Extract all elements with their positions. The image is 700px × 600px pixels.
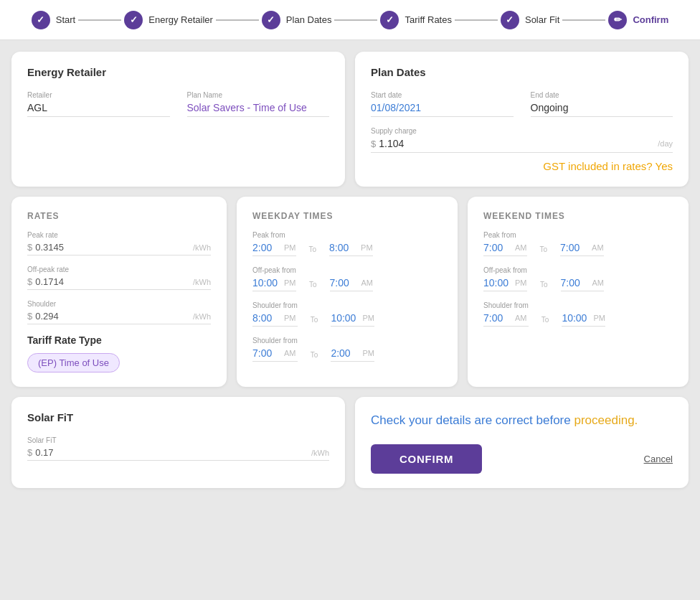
dates-fields: Start date 01/08/2021 End date Ongoing xyxy=(371,91,673,117)
weekend-peak-to-ampm: AM xyxy=(592,243,604,252)
peak-rate-label: Peak rate xyxy=(27,231,211,239)
start-date-label: Start date xyxy=(371,91,514,99)
step-connector-1 xyxy=(78,19,121,21)
weekday-shoulder-to-label: To xyxy=(311,316,318,324)
end-date-value: Ongoing xyxy=(531,102,673,117)
weekday-shoulder-from-row: 8:00 PM xyxy=(252,312,298,327)
start-date-value: 01/08/2021 xyxy=(371,102,514,117)
step-solar-fit[interactable]: ✓ Solar Fit xyxy=(501,11,559,29)
weekday-offpeak-from-label: Off-peak from xyxy=(252,266,296,274)
weekday-shoulder2-from-ampm: AM xyxy=(284,349,296,357)
weekend-shoulder-from-label: Shoulder from xyxy=(483,301,529,309)
weekday-offpeak-row: Off-peak from 10:00 PM To 7:00 AM xyxy=(252,266,442,291)
weekend-offpeak-from-label: Off-peak from xyxy=(483,266,527,274)
offpeak-dollar: $ xyxy=(27,276,32,287)
weekday-peak-from-value: 2:00 xyxy=(252,242,278,253)
weekend-times-title: WEEKEND TIMES xyxy=(483,211,673,221)
weekday-shoulder-to-ampm: PM xyxy=(362,314,374,322)
weekday-shoulder-from-value: 8:00 xyxy=(252,312,278,324)
weekend-peak-to-row: 7:00 AM xyxy=(560,242,604,256)
rates-card: RATES Peak rate $ 0.3145 /kWh Off-peak r… xyxy=(11,197,227,387)
weekend-shoulder-to-row: 10:00 PM xyxy=(562,312,605,327)
weekday-peak-to-row: 8:00 PM xyxy=(329,242,373,256)
weekend-peak-to: 7:00 AM xyxy=(560,242,604,256)
offpeak-rate-value: 0.1714 xyxy=(35,276,193,287)
plan-name-value: Solar Savers - Time of Use xyxy=(187,102,330,117)
weekday-shoulder2-to-label: To xyxy=(311,351,318,359)
solar-dollar: $ xyxy=(27,447,32,458)
step-start[interactable]: ✓ Start xyxy=(32,11,75,29)
weekend-offpeak-to-label: To xyxy=(540,281,548,289)
step-tariff-rates[interactable]: ✓ Tariff Rates xyxy=(380,11,452,29)
step-plandates-label: Plan Dates xyxy=(286,14,332,25)
weekday-times-title: WEEKDAY TIMES xyxy=(252,211,442,221)
solar-fit-unit: /kWh xyxy=(311,449,329,457)
weekend-shoulder-from-row: 7:00 AM xyxy=(483,312,529,327)
offpeak-rate-field: Off-peak rate $ 0.1714 /kWh xyxy=(27,266,211,290)
step-retailer-circle: ✓ xyxy=(124,11,143,29)
confirm-message-start: Check your details are correct before xyxy=(371,413,574,427)
weekday-shoulder-to: 10:00 PM xyxy=(331,312,374,327)
weekend-shoulder-from: Shoulder from 7:00 AM xyxy=(483,301,529,327)
weekend-shoulder-from-ampm: AM xyxy=(515,314,527,322)
weekday-shoulder-from-label: Shoulder from xyxy=(252,301,298,309)
weekday-shoulder2-row: Shoulder from 7:00 AM To 2:00 PM xyxy=(252,337,442,362)
weekday-peak-to-label: To xyxy=(309,245,317,253)
end-date-field: End date Ongoing xyxy=(531,91,673,117)
supply-dollar: $ xyxy=(371,139,376,149)
confirm-message-highlight: proceeding. xyxy=(574,413,638,427)
offpeak-rate-label: Off-peak rate xyxy=(27,266,211,273)
weekday-peak-row: Peak from 2:00 PM To 8:00 PM xyxy=(252,231,442,256)
weekday-shoulder-to-value: 10:00 xyxy=(331,312,356,324)
weekend-peak-row: Peak from 7:00 AM To 7:00 AM xyxy=(483,231,673,256)
step-confirm[interactable]: ✏ Confirm xyxy=(608,11,668,29)
weekday-offpeak-from-row: 10:00 PM xyxy=(252,277,296,291)
step-plan-dates[interactable]: ✓ Plan Dates xyxy=(262,11,332,29)
retailer-fields: Retailer AGL Plan Name Solar Savers - Ti… xyxy=(27,91,329,117)
weekend-offpeak-to-row: 7:00 AM xyxy=(561,277,605,291)
row-3: Solar FiT Solar FiT $ 0.17 /kWh Check yo… xyxy=(11,397,689,488)
weekday-peak-from: Peak from 2:00 PM xyxy=(252,231,296,256)
confirm-button[interactable]: CONFIRM xyxy=(371,444,482,474)
weekday-shoulder-to-row: 10:00 PM xyxy=(331,312,374,327)
peak-rate-value: 0.3145 xyxy=(35,242,193,253)
retailer-value: AGL xyxy=(27,102,170,117)
weekend-times-card: WEEKEND TIMES Peak from 7:00 AM To 7:00 … xyxy=(468,197,689,387)
weekend-peak-from-value: 7:00 xyxy=(483,242,509,253)
main-content: Energy Retailer Retailer AGL Plan Name S… xyxy=(0,40,700,500)
weekday-shoulder2-to: 2:00 PM xyxy=(331,347,374,362)
weekend-peak-from-ampm: AM xyxy=(515,243,527,252)
rates-title: RATES xyxy=(27,211,211,221)
retailer-field: Retailer AGL xyxy=(27,91,170,117)
peak-dollar: $ xyxy=(27,242,32,253)
weekday-peak-from-row: 2:00 PM xyxy=(252,242,296,256)
peak-rate-unit: /kWh xyxy=(193,243,211,252)
peak-rate-field: Peak rate $ 0.3145 /kWh xyxy=(27,231,211,256)
step-solar-label: Solar Fit xyxy=(525,14,559,25)
weekday-offpeak-to-row: 7:00 AM xyxy=(330,277,374,291)
step-energy-retailer[interactable]: ✓ Energy Retailer xyxy=(124,11,213,29)
weekend-offpeak-from-row: 10:00 PM xyxy=(483,277,527,291)
energy-retailer-card: Energy Retailer Retailer AGL Plan Name S… xyxy=(11,52,345,187)
weekday-peak-to-ampm: PM xyxy=(361,243,373,252)
weekday-shoulder2-to-value: 2:00 xyxy=(331,347,356,359)
weekday-offpeak-to-ampm: AM xyxy=(361,278,374,287)
weekday-offpeak-to-value: 7:00 xyxy=(330,277,356,289)
step-connector-3 xyxy=(334,19,377,21)
weekend-shoulder-to-ampm: PM xyxy=(593,314,605,322)
supply-charge-field: Supply charge $ 1.104 /day xyxy=(371,127,673,153)
weekday-shoulder2-to-ampm: PM xyxy=(362,349,374,357)
step-solar-circle: ✓ xyxy=(501,11,519,29)
cancel-link[interactable]: Cancel xyxy=(644,454,673,464)
weekend-offpeak-to-ampm: AM xyxy=(592,278,605,287)
offpeak-rate-row: $ 0.1714 /kWh xyxy=(27,276,211,290)
stepper: ✓ Start ✓ Energy Retailer ✓ Plan Dates ✓… xyxy=(0,0,700,40)
weekday-peak-to-value: 8:00 xyxy=(329,242,355,253)
weekday-peak-from-ampm: PM xyxy=(284,243,296,252)
weekend-offpeak-to: 7:00 AM xyxy=(561,277,605,291)
confirm-message: Check your details are correct before pr… xyxy=(371,411,673,430)
weekday-peak-from-label: Peak from xyxy=(252,231,296,239)
weekday-offpeak-to: 7:00 AM xyxy=(330,277,374,291)
weekday-peak-to: 8:00 PM xyxy=(329,242,373,256)
weekday-shoulder-row: Shoulder from 8:00 PM To 10:00 PM xyxy=(252,301,442,327)
